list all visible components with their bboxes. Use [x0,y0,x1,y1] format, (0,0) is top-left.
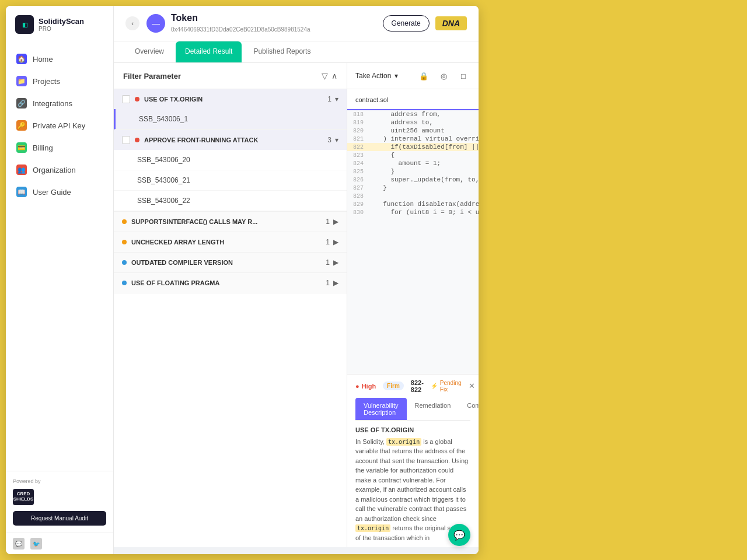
sidebar-item-user-guide[interactable]: 📖 User Guide [6,181,113,203]
code-line-823: 823 { [347,151,479,159]
sidebar-label-guide: User Guide [33,188,71,197]
line-num-823: 823 [347,152,371,159]
twitter-icon[interactable]: 🐦 [30,538,42,550]
expand-icon-supports[interactable]: ▶ [333,218,338,226]
tab-detailed-result[interactable]: Detailed Result [176,41,242,62]
sidebar-item-projects[interactable]: 📁 Projects [6,70,113,92]
expand-icon-pragma[interactable]: ▶ [333,279,338,287]
filter-title: Filter Parameter [123,72,181,80]
vuln-cat-header-pragma[interactable]: USE OF FLOATING PRAGMA 1 ▶ [114,273,347,293]
vuln-checkbox-front-running[interactable] [122,136,130,144]
line-range: 822-822 [411,379,424,393]
vuln-cat-left-3: SUPPORTSINTERFACE() CALLS MAY R... [122,218,257,225]
org-icon: 👥 [16,164,27,175]
expand-icon-outdated[interactable]: ▶ [333,258,338,267]
vuln-checkbox-tx-origin[interactable] [122,95,130,103]
code-line-819: 819 address to, [347,118,479,127]
share-icon[interactable]: □ [456,69,470,83]
collapse-icon[interactable]: ∧ [331,71,337,80]
sidebar-item-organization[interactable]: 👥 Organization [6,159,113,181]
line-num-827: 827 [347,184,371,191]
vuln-sub-item-20[interactable]: SSB_543006_20 [114,150,347,170]
vuln-sub-item-1[interactable]: SSB_543006_1 [114,109,347,130]
expand-icon-unchecked[interactable]: ▶ [333,238,338,246]
generate-button[interactable]: Generate [383,15,430,32]
token-address: 0x4464069331fD3Dda02CeB021D8a50cB9898152… [171,26,310,33]
vuln-cat-header-supports[interactable]: SUPPORTSINTERFACE() CALLS MAY R... 1 ▶ [114,212,347,232]
sidebar: ◧ SolidityScan PRO 🏠 Home 📁 Projects 🔗 I… [6,6,114,554]
audit-button[interactable]: Request Manual Audit [13,511,106,526]
tx-origin-highlight-2: tx.origin [355,524,390,532]
tab-remediation[interactable]: Remediation [407,398,459,420]
code-file-tab: contract.sol [347,89,479,110]
code-block: 818 address from, 819 address to, 820 ui… [347,110,479,374]
right-panel: Take Action ▾ 🔒 ◎ □ contract.sol [347,63,479,547]
vuln-cat-left-4: UNCHECKED ARRAY LENGTH [122,239,224,246]
vuln-cat-header-tx-origin[interactable]: USE OF TX.ORIGIN 1 ▾ [114,89,347,109]
pending-fix: ⚡ Pending Fix [431,380,462,393]
main-content: ‹ — Token 0x4464069331fD3Dda02CeB021D8a5… [114,6,479,554]
token-info: — Token 0x4464069331fD3Dda02CeB021D8a50c… [146,13,310,34]
cred-shields-icon: CREDSHIELDS [13,489,34,505]
expand-icon-tx-origin[interactable]: ▾ [335,95,338,103]
guide-icon: 📖 [16,187,27,197]
expand-icon-front-running[interactable]: ▾ [335,136,338,144]
billing-icon: 💳 [16,142,27,153]
location-icon[interactable]: ◎ [437,69,451,83]
line-num-821: 821 [347,135,371,142]
action-icons: 🔒 ◎ □ [417,69,470,83]
line-code-823: { [371,152,395,159]
token-name: Token [171,13,310,23]
code-line-828: 828 [347,192,479,200]
tab-overview[interactable]: Overview [125,41,173,62]
vuln-category-outdated: OUTDATED COMPILER VERSION 1 ▶ [114,253,347,273]
pending-icon: ⚡ [431,383,438,389]
vuln-cat-left: USE OF TX.ORIGIN [122,95,203,103]
api-icon: 🔑 [16,120,27,131]
vuln-category-front-running: APPROVE FRONT-RUNNING ATTACK 3 ▾ SSB_543… [114,130,347,212]
tab-vuln-description[interactable]: Vulnerability Description [355,398,407,420]
chat-bubble-button[interactable]: 💬 [448,524,470,546]
line-num-824: 824 [347,160,371,167]
home-icon: 🏠 [16,54,27,64]
close-button[interactable]: ✕ [469,382,475,390]
sidebar-item-api-key[interactable]: 🔑 Private API Key [6,114,113,136]
sidebar-item-billing[interactable]: 💳 Billing [6,136,113,159]
line-code-828 [371,192,375,200]
logo-title: SolidityScan [39,17,84,26]
code-line-826: 826 super._update(from, to, amount); [347,176,479,184]
line-code-822: if(taxDisabled[from] || taxDisabled[tx.o… [371,144,479,150]
sidebar-item-home[interactable]: 🏠 Home [6,48,113,70]
vuln-category-tx-origin: USE OF TX.ORIGIN 1 ▾ SSB_543006_1 [114,89,347,130]
lock-icon[interactable]: 🔒 [417,69,431,83]
logo-icon: ◧ [15,15,34,34]
header-bar: ‹ — Token 0x4464069331fD3Dda02CeB021D8a5… [114,6,479,41]
header-right: Generate DNA [383,15,467,32]
sidebar-item-integrations[interactable]: 🔗 Integrations [6,92,113,114]
line-num-825: 825 [347,168,371,175]
code-line-830: 830 for (uint8 i = 0; i < users.length; … [347,208,479,216]
vuln-cat-left-5: OUTDATED COMPILER VERSION [122,259,233,266]
tab-published-reports[interactable]: Published Reports [244,41,320,62]
sidebar-label-api: Private API Key [33,121,85,130]
vuln-count-pragma: 1 [326,279,330,287]
code-file-name: contract.sol [355,96,388,103]
vuln-cat-name-front-running: APPROVE FRONT-RUNNING ATTACK [144,136,258,144]
vuln-sub-item-22[interactable]: SSB_543006_22 [114,191,347,211]
tab-comments[interactable]: Comments [459,398,479,420]
vuln-cat-header-unchecked[interactable]: UNCHECKED ARRAY LENGTH 1 ▶ [114,232,347,252]
vuln-sub-item-21[interactable]: SSB_543006_21 [114,170,347,191]
severity-dot-orange-2 [122,240,127,244]
sidebar-social: 💬 🐦 [6,533,113,554]
firm-badge: Firm [383,382,404,390]
vuln-cat-header-outdated[interactable]: OUTDATED COMPILER VERSION 1 ▶ [114,253,347,272]
vuln-cat-header-front-running[interactable]: APPROVE FRONT-RUNNING ATTACK 3 ▾ [114,130,347,150]
line-code-830: for (uint8 i = 0; i < users.length; i++)… [371,209,479,216]
line-num-826: 826 [347,176,371,183]
back-button[interactable]: ‹ [125,16,139,30]
left-panel: Filter Parameter ▽ ∧ USE OF TX.ORIGIN [114,63,347,547]
take-action-select[interactable]: Take Action ▾ [355,72,398,80]
content-area: Filter Parameter ▽ ∧ USE OF TX.ORIGIN [114,63,479,547]
discord-icon[interactable]: 💬 [13,538,25,550]
filter-icon[interactable]: ▽ [322,71,328,80]
